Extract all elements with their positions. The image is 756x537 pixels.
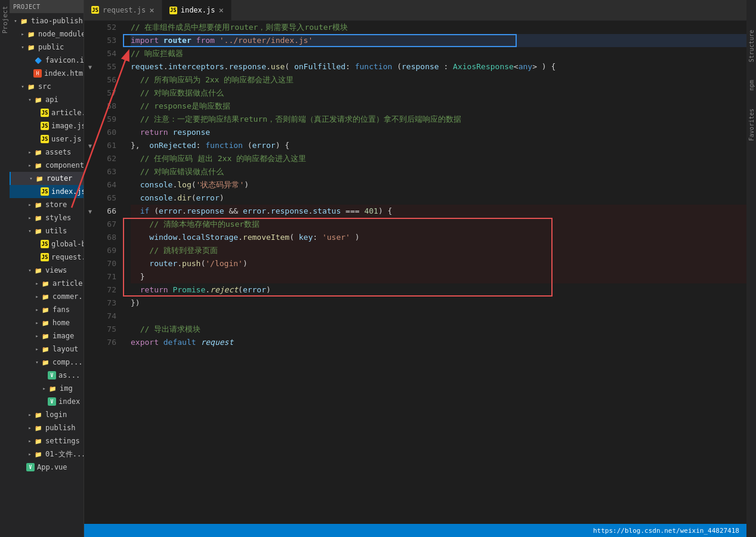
folder-icon: 📁 [33, 213, 43, 223]
tree-views-fans[interactable]: ▸ 📁 fans [10, 303, 84, 316]
code-line-62: // 任何响应码 超出 2xx 的响应都会进入这里 [131, 152, 746, 165]
tree-item-label: index [58, 397, 80, 406]
tree-router-index-js[interactable]: JS index.js [10, 185, 84, 198]
left-activity-bar: Project [0, 0, 10, 537]
ln-57: 57 [106, 87, 116, 100]
gutter-70 [84, 257, 96, 270]
tree-public[interactable]: ▾ 📁 public [10, 41, 84, 54]
tree-views-article[interactable]: ▸ 📁 article [10, 277, 84, 290]
tree-article-js[interactable]: JS article.js [10, 106, 84, 119]
tree-comp-index[interactable]: V index [10, 395, 84, 408]
tab-close-button[interactable]: × [149, 6, 154, 14]
tree-root-folder[interactable]: ▾ 📁 tiao-publish-a... [10, 14, 84, 27]
file-tree[interactable]: ▾ 📁 tiao-publish-a... ▸ 📁 node_modules ▾… [10, 13, 84, 537]
tree-api[interactable]: ▾ 📁 api [10, 93, 84, 106]
tree-01-files[interactable]: ▸ 📁 01-文件... [10, 448, 84, 461]
chevron-down-icon: ▾ [19, 44, 26, 50]
tree-image-js[interactable]: JS image.js [10, 119, 84, 132]
tree-request-utils[interactable]: JS request... [10, 251, 84, 264]
chevron-right-icon: ▸ [33, 320, 41, 326]
file-explorer-sidebar: PROJECT ▾ 📁 tiao-publish-a... ▸ 📁 node_m… [10, 0, 84, 537]
ln-54: 54 [106, 47, 116, 60]
ico-icon: 🔷 [33, 55, 43, 65]
folder-icon: 📁 [41, 292, 50, 301]
ln-70: 70 [106, 257, 116, 270]
tree-store[interactable]: ▸ 📁 store [10, 198, 84, 211]
chevron-down-icon: ▾ [26, 228, 33, 234]
tree-views-home[interactable]: ▸ 📁 home [10, 316, 84, 329]
tree-item-label: user.js [51, 135, 82, 143]
ln-52: 52 [106, 21, 116, 34]
tree-styles[interactable]: ▸ 📁 styles [10, 211, 84, 224]
chevron-right-icon: ▸ [26, 215, 33, 221]
code-line-55: request.interceptors.response.use( onFul… [131, 60, 746, 73]
ln-60: 60 [106, 126, 116, 139]
tree-views-comment[interactable]: ▸ 📁 commer... [10, 290, 84, 303]
tree-item-label: layout [53, 345, 78, 353]
chevron-down-icon: ▾ [33, 359, 41, 365]
code-editor[interactable]: ▼ ▼ ▼ [84, 21, 746, 524]
tree-global-b[interactable]: JS global-b... [10, 237, 84, 251]
tree-settings[interactable]: ▸ 📁 settings [10, 434, 84, 448]
tree-views-comp[interactable]: ▾ 📁 comp... [10, 356, 84, 369]
folder-icon: 📁 [41, 331, 50, 341]
tree-favicon[interactable]: 🔷 favicon.ico [10, 54, 84, 67]
tree-comp-img[interactable]: ▸ 📁 img [10, 382, 84, 395]
tree-utils[interactable]: ▾ 📁 utils [10, 224, 84, 237]
tree-login[interactable]: ▸ 📁 login [10, 408, 84, 421]
npm-label[interactable]: npm [748, 80, 755, 91]
gutter-72 [84, 283, 96, 297]
tree-index-html[interactable]: H index.html [10, 67, 84, 80]
gutter-54 [84, 47, 96, 60]
tree-views[interactable]: ▾ 📁 views [10, 264, 84, 277]
space [159, 34, 163, 47]
tree-router-label: router [47, 174, 72, 183]
structure-label[interactable]: Structure [748, 30, 755, 62]
tree-publish[interactable]: ▸ 📁 publish [10, 421, 84, 434]
code-line-66: if (error.response && error.response.sta… [131, 205, 746, 218]
tree-item-label: image [53, 332, 74, 340]
favorites-label[interactable]: Favorites [748, 109, 755, 141]
tree-views-layout[interactable]: ▸ 📁 layout [10, 342, 84, 356]
gutter-73 [84, 297, 96, 310]
folder-icon: 📁 [33, 147, 43, 157]
project-label[interactable]: Project [1, 6, 9, 33]
tree-src[interactable]: ▾ 📁 src [10, 80, 84, 93]
tree-item-label: index.html [44, 69, 84, 78]
chevron-right-icon: ▸ [41, 385, 48, 391]
code-line-65: console.dir(error) [131, 192, 746, 205]
tab-index-js[interactable]: JS index.js × [162, 0, 232, 20]
code-line-75: // 导出请求模块 [131, 323, 746, 336]
folder-icon: 📁 [41, 357, 50, 367]
tree-comp-as[interactable]: V as... [10, 369, 84, 382]
tree-app-vue[interactable]: V App.vue [10, 461, 84, 474]
tab-request-js[interactable]: JS request.js × [84, 0, 162, 20]
tree-node-modules[interactable]: ▸ 📁 node_modules [10, 27, 84, 41]
gutter-57 [84, 87, 96, 100]
gutter-76 [84, 336, 96, 349]
tree-user-js[interactable]: JS user.js [10, 132, 84, 146]
tree-router-folder[interactable]: ▾ 📁 router [10, 172, 84, 185]
chevron-right-icon: ▸ [26, 202, 33, 208]
tree-item-label: fans [53, 305, 70, 314]
chevron-right-icon: ▸ [26, 438, 33, 444]
ln-75: 75 [106, 323, 116, 336]
code-line-69: // 跳转到登录页面 [131, 244, 746, 257]
tree-item-label: article.js [51, 109, 84, 117]
tree-views-image[interactable]: ▸ 📁 image [10, 329, 84, 342]
ln-68: 68 [106, 231, 116, 244]
comment-52: // 在非组件成员中想要使用router，则需要导入router模块 [131, 21, 348, 34]
tree-item-label: src [38, 82, 51, 91]
code-line-59: // 注意：一定要把响应结果return，否则前端（真正发请求的位置）拿不到后端… [131, 113, 746, 126]
tree-item-label: public [38, 43, 64, 51]
blog-url: https://blog.csdn.net/weixin_44827418 [593, 527, 739, 535]
tree-assets[interactable]: ▸ 📁 assets [10, 146, 84, 159]
tree-item-label: home [53, 319, 70, 327]
ln-58: 58 [106, 100, 116, 113]
tree-item-label: login [45, 411, 67, 419]
tree-components[interactable]: ▸ 📁 components [10, 159, 84, 172]
tree-item-label: 01-文件... [45, 449, 84, 459]
code-line-72: return Promise.reject(error) [131, 283, 746, 297]
tab-close-active-button[interactable]: × [218, 6, 223, 14]
tree-item-label: favicon.ico [45, 56, 84, 64]
